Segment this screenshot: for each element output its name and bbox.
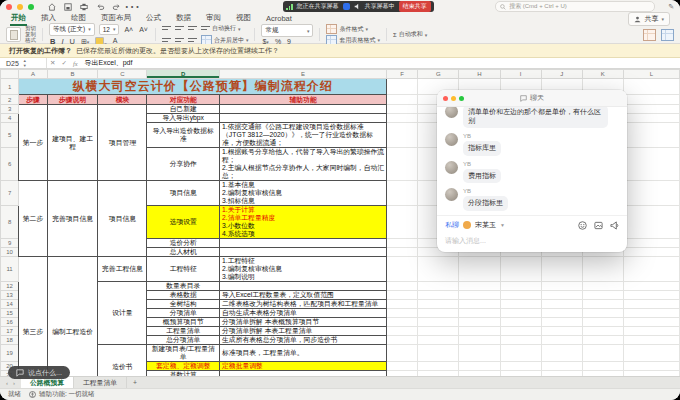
cell-A1[interactable]: 纵横大司空云计价【公路预算】编制流程介绍 [19, 79, 387, 95]
cell-E16[interactable]: 分项清单拆解 本表概预算项目节 [220, 318, 387, 327]
conditional-formatting-button[interactable]: 条件格式▾ [326, 24, 380, 34]
insert-cells-icon[interactable] [643, 29, 656, 41]
share-button[interactable]: 共享▾ [628, 12, 670, 26]
cell-F12[interactable] [387, 282, 418, 291]
more-icon[interactable]: ⋯ [127, 2, 137, 11]
cell-E7[interactable]: 1.基本信息 2.编制复核审核信息 3.招标信息 [220, 181, 387, 206]
cell-F7[interactable] [387, 181, 418, 206]
cell-D9[interactable]: 造价分析 [147, 239, 220, 248]
cell-D17[interactable]: 工程量清单 [147, 327, 220, 336]
row-header-16[interactable]: 16 [1, 318, 19, 327]
cell-B2[interactable]: 步骤说明 [47, 95, 98, 105]
cell-E2[interactable]: 辅助功能 [220, 95, 387, 105]
cell-I12[interactable] [500, 282, 541, 291]
col-header-F[interactable]: F [387, 70, 418, 79]
cell-I14[interactable] [500, 300, 541, 309]
cell-E21[interactable] [220, 371, 387, 377]
redo-icon[interactable] [111, 2, 121, 11]
autosum-button[interactable]: Σ 自动求和▾ [393, 30, 427, 39]
row-header-19[interactable]: 19 [1, 345, 19, 362]
cell-L8[interactable] [623, 206, 679, 239]
cell-G21[interactable] [418, 371, 459, 377]
cell-J19[interactable] [541, 345, 582, 362]
paste-button[interactable] [6, 27, 21, 42]
col-header-A[interactable]: A [19, 70, 48, 79]
chat-input[interactable]: 请输入消息... [445, 236, 619, 246]
row-header-4[interactable]: 4 [1, 114, 19, 123]
cell-G20[interactable] [418, 362, 459, 371]
cell-H18[interactable] [459, 336, 500, 345]
row-header-7[interactable]: 7 [1, 181, 19, 206]
next-sheet-icon[interactable]: › [13, 380, 15, 386]
format-painter-button[interactable]: 格式 [25, 38, 36, 44]
col-header-I[interactable]: I [500, 70, 541, 79]
row-header-6[interactable]: 6 [1, 148, 19, 181]
cell-G14[interactable] [418, 300, 459, 309]
cell-J17[interactable] [541, 327, 582, 336]
prev-sheet-icon[interactable]: ‹ [6, 380, 8, 386]
cell-E9[interactable] [220, 239, 387, 248]
cell-G18[interactable] [418, 336, 459, 345]
row-header-8[interactable]: 8 [1, 206, 19, 239]
cell-C3[interactable]: 项目管理 [98, 105, 147, 181]
sheet-tab-2[interactable]: 工程量清单 [74, 377, 127, 388]
cell-H15[interactable] [459, 309, 500, 318]
row-header-3[interactable]: 3 [1, 105, 19, 114]
row-header-5[interactable]: 5 [1, 123, 19, 148]
cell-E18[interactable]: 生成所有表格总分项清单，同步造价书 [220, 336, 387, 345]
align-middle-icon[interactable] [175, 25, 184, 32]
cell-J21[interactable] [541, 371, 582, 377]
cell-J18[interactable] [541, 336, 582, 345]
cell-D8[interactable]: 选项设置 [147, 206, 220, 239]
cell-H14[interactable] [459, 300, 500, 309]
col-header-E[interactable]: E [220, 70, 387, 79]
cell-E15[interactable]: 自动生成本表格分项清单 [220, 309, 387, 318]
cell-I16[interactable] [500, 318, 541, 327]
cell-K11[interactable] [582, 257, 623, 282]
cell-D14[interactable]: 全树结构 [147, 300, 220, 309]
decrease-font-icon[interactable]: A˅ [138, 26, 149, 33]
cell-F8[interactable] [387, 206, 418, 239]
cell-E12[interactable] [220, 282, 387, 291]
chat-header[interactable]: 聊天 [437, 90, 627, 107]
stop-sharing-button[interactable]: 结束共享 [399, 1, 431, 12]
chat-zoom-button[interactable] [459, 96, 464, 101]
col-header-D[interactable]: D [147, 70, 220, 79]
cell-B3[interactable]: 建项目、建工程 [47, 105, 98, 181]
cell-D13[interactable]: 表格数据 [147, 291, 220, 300]
cell-D12[interactable]: 数量表目录 [147, 282, 220, 291]
cell-I13[interactable] [500, 291, 541, 300]
close-window-button[interactable] [6, 4, 12, 10]
cell-C12[interactable]: 设计量 [98, 282, 147, 345]
cell-E6[interactable]: 1.根据账号分享给他人，代替了导入导出的繁琐操作流程； 2.主编人根据节点分享协… [220, 148, 387, 181]
cell-E20[interactable]: 定额批量调整 [220, 362, 387, 371]
cell-B7[interactable]: 完善项目信息 [47, 181, 98, 257]
formula-input[interactable]: 导出Excel、pdf [81, 58, 133, 68]
col-header-L[interactable]: L [623, 70, 679, 79]
cell-G16[interactable] [418, 318, 459, 327]
cell-J15[interactable] [541, 309, 582, 318]
cell-D20[interactable]: 套定额、定额调整 [147, 362, 220, 371]
confirm-entry-icon[interactable]: ✓ [58, 59, 69, 67]
cell-F9[interactable] [387, 239, 418, 248]
align-bottom-icon[interactable] [188, 25, 197, 32]
cell-L16[interactable] [623, 318, 679, 327]
cell-F17[interactable] [387, 327, 418, 336]
zoom-window-button[interactable] [28, 4, 34, 10]
cell-A11[interactable]: 第三步 [19, 257, 48, 377]
name-box[interactable]: D25▲▼ [0, 58, 47, 68]
row-header-13[interactable]: 13 [1, 291, 19, 300]
cell-styles-icon[interactable] [661, 29, 674, 41]
cell-E11[interactable]: 1.工程特征 2.编制复核审核信息 3.编制说明 [220, 257, 387, 282]
row-header-17[interactable]: 17 [1, 327, 19, 336]
cell-K12[interactable] [582, 282, 623, 291]
align-top-icon[interactable] [162, 25, 171, 32]
cell-L19[interactable] [623, 345, 679, 362]
cell-D18[interactable]: 总分项清单 [147, 336, 220, 345]
print-icon[interactable] [79, 2, 89, 11]
chat-message-list[interactable]: 清单单价和左边的那个都是单价，有什么区别YB指标库里YB费用指标YB分段指标里 [437, 107, 627, 215]
cell-E8[interactable]: 1.关于计算 2.清单工程量精度3.小数位数 4.系统选项 [220, 206, 387, 239]
col-header-K[interactable]: K [582, 70, 623, 79]
cell-L17[interactable] [623, 327, 679, 336]
cell-H20[interactable] [459, 362, 500, 371]
